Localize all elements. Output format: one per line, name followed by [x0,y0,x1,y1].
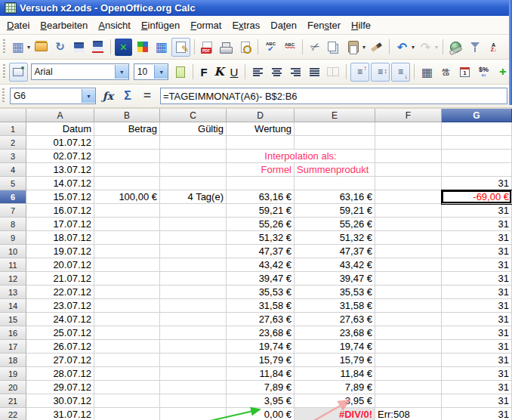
reload-icon[interactable] [51,39,69,56]
cell-E17[interactable]: 19,74 € [295,340,375,354]
currency-format-icon[interactable] [475,63,492,81]
cell-B12[interactable] [94,272,160,286]
column-header-B[interactable]: B [94,109,160,122]
cell-F20[interactable] [375,381,442,394]
cell-B17[interactable] [94,340,160,354]
cell-B11[interactable] [94,258,160,272]
cell-D21[interactable]: 3,95 € [227,394,295,408]
cell-A21[interactable]: 30.07.12 [26,394,94,408]
cell-B8[interactable] [94,218,160,231]
cell-E10[interactable]: 47,37 € [295,245,375,258]
cell-D1[interactable]: Wertung [227,122,295,136]
styles-formatting-icon[interactable] [9,63,28,82]
cell-F15[interactable] [375,313,442,326]
cell-E18[interactable]: 15,79 € [295,354,375,367]
cell-C13[interactable] [160,286,227,299]
cell-C17[interactable] [160,340,227,354]
new-document-dropdown-icon[interactable]: ▾ [27,44,30,51]
cell-F7[interactable] [375,204,442,218]
cell-E14[interactable]: 31,58 € [295,299,375,313]
page-preview-icon[interactable] [236,39,254,56]
cell-F21[interactable] [375,394,442,408]
row-header-4[interactable]: 4 [0,163,26,177]
cell-E21[interactable]: 3,95 € [295,394,375,408]
cell-D12[interactable]: 39,47 € [227,272,295,286]
cell-C22[interactable] [160,408,227,420]
cell-C16[interactable] [160,326,227,340]
row-header-3[interactable]: 3 [0,150,26,163]
row-header-18[interactable]: 18 [0,354,26,367]
cell-E19[interactable]: 11,84 € [295,367,375,381]
cell-A13[interactable]: 22.07.12 [26,286,94,299]
cell-E6[interactable]: 63,16 € [295,190,375,204]
cell-G5[interactable]: 31 [442,177,512,190]
print-icon[interactable] [217,39,235,56]
cell-G2[interactable] [442,136,512,150]
cell-D14[interactable]: 31,58 € [227,299,295,313]
format-paintbrush-icon[interactable] [368,39,385,56]
cut-icon[interactable] [307,39,324,56]
valign-center-icon[interactable] [371,63,390,82]
cell-D5[interactable] [227,177,295,190]
cell-D19[interactable]: 11,84 € [227,367,295,381]
cell-G19[interactable]: 31 [442,367,512,381]
column-header-D[interactable]: D [227,109,295,122]
sum-icon[interactable]: Σ [119,88,137,104]
cell-B1[interactable]: Betrag [94,122,160,136]
insert-table-icon[interactable] [153,39,170,56]
cell-F5[interactable] [375,177,442,190]
cell-E15[interactable]: 27,63 € [295,313,375,326]
cell-E7[interactable]: 59,21 € [295,204,375,218]
cell-F8[interactable] [375,218,442,231]
cell-D16[interactable]: 23,68 € [227,326,295,340]
cell-D3[interactable]: Interpolation als: [227,150,375,163]
row-header-5[interactable]: 5 [0,177,26,190]
cell-E16[interactable]: 23,68 € [295,326,375,340]
cell-A3[interactable]: 02.07.12 [26,150,94,163]
cell-E20[interactable]: 7,89 € [295,381,375,394]
cell-A17[interactable]: 26.07.12 [26,340,94,354]
cell-C19[interactable] [160,367,227,381]
cell-A2[interactable]: 01.07.12 [26,136,94,150]
undo-icon[interactable] [393,39,411,56]
row-header-20[interactable]: 20 [0,381,26,394]
function-wizard-icon[interactable]: ƒx [99,88,117,104]
cell-G1[interactable] [442,122,512,136]
cell-A11[interactable]: 20.07.12 [26,258,94,272]
cell-G4[interactable] [442,163,512,177]
cell-E5[interactable] [295,177,375,190]
row-header-9[interactable]: 9 [0,231,26,245]
cell-E8[interactable]: 55,26 € [295,218,375,231]
cell-A14[interactable]: 23.07.12 [26,299,94,313]
cell-D4[interactable]: Formel [227,163,295,177]
cell-G11[interactable]: 31 [442,258,512,272]
row-header-7[interactable]: 7 [0,204,26,218]
cell-G10[interactable]: 31 [442,245,512,258]
cell-G12[interactable]: 31 [442,272,512,286]
cell-F9[interactable] [375,231,442,245]
cell-A19[interactable]: 28.07.12 [26,367,94,381]
undo-dropdown-icon[interactable]: ▾ [412,44,415,51]
cell-B21[interactable] [94,394,160,408]
cell-A20[interactable]: 29.07.12 [26,381,94,394]
cell-F10[interactable] [375,245,442,258]
cell-D22[interactable]: 0,00 € [227,408,295,420]
row-header-17[interactable]: 17 [0,340,26,354]
cell-F3[interactable] [375,150,442,163]
cell-B9[interactable] [94,231,160,245]
cell-D18[interactable]: 15,79 € [227,354,295,367]
cell-G21[interactable]: 31 [442,394,512,408]
cell-D6[interactable]: 63,16 € [227,190,295,204]
row-header-1[interactable]: 1 [0,122,26,136]
cell-C11[interactable] [160,258,227,272]
column-header-C[interactable]: C [160,109,227,122]
cell-A4[interactable]: 13.07.12 [26,163,94,177]
font-name-dropdown-icon[interactable]: ▼ [115,65,128,79]
align-justify-icon[interactable] [306,63,323,81]
cell-F12[interactable] [375,272,442,286]
align-center-icon[interactable] [268,63,285,81]
cell-C6[interactable]: 4 Tag(e) [160,190,227,204]
cell-G8[interactable]: 31 [442,218,512,231]
cell-C21[interactable] [160,394,227,408]
menu-item-ansicht[interactable]: Ansicht [93,17,136,33]
